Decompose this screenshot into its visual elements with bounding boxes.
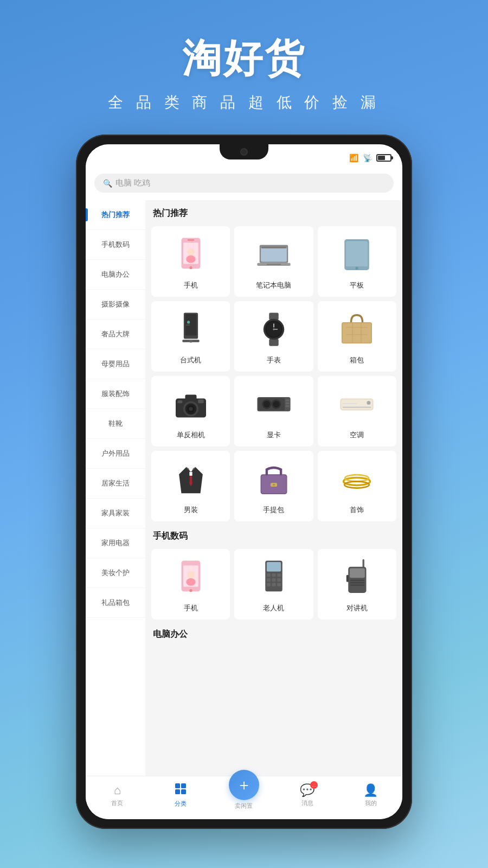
- svg-rect-89: [175, 783, 180, 788]
- svg-point-62: [273, 484, 275, 486]
- battery-icon: [376, 154, 391, 162]
- nav-home[interactable]: ⌂ 首页: [86, 783, 149, 807]
- section-header-mobile: 手机数码: [145, 523, 402, 547]
- svg-rect-75: [277, 573, 281, 577]
- product-image-walkie-talkie: [335, 556, 378, 599]
- section-header-computer: 电脑办公: [145, 621, 402, 646]
- sidebar-item-shoes[interactable]: 鞋靴: [86, 409, 145, 439]
- product-name-handbag: 手提包: [263, 505, 284, 515]
- product-phone2[interactable]: 手机: [151, 549, 230, 620]
- sidebar-item-baby[interactable]: 母婴用品: [86, 349, 145, 379]
- svg-rect-76: [267, 578, 271, 582]
- search-bar[interactable]: 🔍 电脑 吃鸡: [94, 174, 394, 193]
- product-name-luggage: 箱包: [350, 355, 364, 365]
- svg-rect-85: [350, 579, 364, 581]
- product-name-walkie-talkie: 对讲机: [346, 603, 368, 613]
- product-ac[interactable]: 空调: [318, 376, 396, 446]
- sidebar-item-luxury[interactable]: 奢品大牌: [86, 320, 145, 349]
- main-content: 热门推荐 手机数码 电脑办公 摄影摄像 奢品大牌 母婴用品 服装配饰 鞋靴 户外…: [86, 200, 402, 776]
- product-gpu[interactable]: 显卡: [234, 376, 313, 446]
- phone-screen: 📶 📡 🔍 电脑 吃鸡 热门推荐 手机数码 电脑办公 摄影摄像 奢品大牌: [86, 144, 402, 819]
- sidebar-item-beauty[interactable]: 美妆个护: [86, 558, 145, 588]
- svg-rect-88: [346, 575, 349, 582]
- svg-point-68: [189, 589, 192, 592]
- product-image-phone: [169, 233, 213, 276]
- svg-point-29: [273, 328, 275, 330]
- product-image-laptop: [252, 233, 296, 276]
- svg-rect-35: [361, 323, 362, 343]
- nav-profile[interactable]: 👤 我的: [339, 783, 402, 807]
- product-image-camera: [169, 382, 213, 426]
- signal-icon: 📶: [349, 154, 358, 162]
- svg-point-47: [264, 401, 270, 407]
- svg-rect-33: [346, 334, 368, 335]
- svg-point-4: [187, 248, 195, 256]
- product-name-watch: 手表: [267, 355, 281, 365]
- svg-rect-72: [267, 562, 281, 572]
- sidebar-item-furniture[interactable]: 家具家装: [86, 499, 145, 528]
- svg-rect-79: [267, 583, 271, 586]
- chat-icon: 💬 …: [300, 783, 314, 797]
- product-elder-phone[interactable]: 老人机: [234, 549, 313, 620]
- svg-rect-58: [189, 472, 192, 476]
- svg-rect-34: [352, 323, 354, 343]
- nav-message[interactable]: 💬 … 消息: [275, 783, 339, 807]
- svg-rect-86: [350, 582, 364, 584]
- svg-point-41: [189, 407, 192, 411]
- product-image-ac: [335, 382, 378, 426]
- sidebar-item-computer[interactable]: 电脑办公: [86, 260, 145, 290]
- product-image-handbag: [252, 457, 296, 501]
- product-image-elder-phone: [252, 556, 296, 599]
- sidebar-item-clothing[interactable]: 服装配饰: [86, 379, 145, 409]
- nav-category-label: 分类: [175, 800, 187, 808]
- sell-fab-button[interactable]: ＋: [229, 770, 259, 800]
- svg-rect-77: [272, 578, 275, 582]
- svg-rect-56: [343, 403, 357, 404]
- product-camera[interactable]: 单反相机: [151, 376, 230, 446]
- search-input[interactable]: 电脑 吃鸡: [115, 178, 150, 188]
- product-jewelry[interactable]: 首饰: [318, 451, 396, 521]
- sidebar: 热门推荐 手机数码 电脑办公 摄影摄像 奢品大牌 母婴用品 服装配饰 鞋靴 户外…: [86, 200, 145, 776]
- svg-rect-50: [286, 399, 290, 401]
- home-icon: ⌂: [114, 783, 121, 797]
- svg-point-14: [356, 267, 358, 270]
- sidebar-item-home[interactable]: 居家生活: [86, 469, 145, 499]
- product-name-ac: 空调: [350, 430, 364, 440]
- product-desktop[interactable]: 台式机: [151, 301, 230, 372]
- svg-point-19: [189, 340, 192, 342]
- svg-rect-11: [267, 264, 281, 265]
- user-icon: 👤: [363, 783, 378, 797]
- product-tablet[interactable]: 平板: [318, 226, 396, 297]
- product-grid-mobile: 手机: [145, 547, 402, 621]
- product-name-elder-phone: 老人机: [263, 603, 284, 613]
- product-watch[interactable]: 手表: [234, 301, 313, 372]
- sidebar-item-hot[interactable]: 热门推荐: [86, 200, 145, 230]
- nav-home-label: 首页: [111, 799, 123, 807]
- product-suit[interactable]: 男装: [151, 451, 230, 521]
- sidebar-item-mobile[interactable]: 手机数码: [86, 230, 145, 260]
- sidebar-item-appliance[interactable]: 家用电器: [86, 528, 145, 558]
- phone-mockup: 📶 📡 🔍 电脑 吃鸡 热门推荐 手机数码 电脑办公 摄影摄像 奢品大牌: [76, 135, 412, 829]
- product-phone[interactable]: 手机: [151, 226, 230, 297]
- product-image-gpu: [252, 382, 296, 426]
- product-handbag[interactable]: 手提包: [234, 451, 313, 521]
- phone-notch: [220, 144, 268, 159]
- svg-point-70: [186, 578, 196, 586]
- product-name-tablet: 平板: [350, 280, 364, 290]
- grid-icon: [175, 783, 187, 798]
- svg-rect-90: [181, 783, 186, 788]
- product-laptop[interactable]: 笔记本电脑: [234, 226, 313, 297]
- svg-rect-87: [350, 584, 364, 586]
- product-name-phone2: 手机: [184, 603, 198, 613]
- svg-rect-8: [261, 246, 286, 261]
- nav-sell[interactable]: ＋ 卖闲置: [213, 781, 276, 810]
- svg-rect-31: [343, 323, 371, 343]
- svg-rect-43: [198, 399, 204, 403]
- sidebar-item-gift[interactable]: 礼品箱包: [86, 588, 145, 618]
- sidebar-item-outdoor[interactable]: 户外用品: [86, 439, 145, 469]
- sidebar-item-photo[interactable]: 摄影摄像: [86, 290, 145, 320]
- product-walkie-talkie[interactable]: 对讲机: [318, 549, 396, 620]
- product-name-jewelry: 首饰: [350, 505, 364, 515]
- product-luggage[interactable]: 箱包: [318, 301, 396, 372]
- nav-category[interactable]: 分类: [149, 783, 213, 808]
